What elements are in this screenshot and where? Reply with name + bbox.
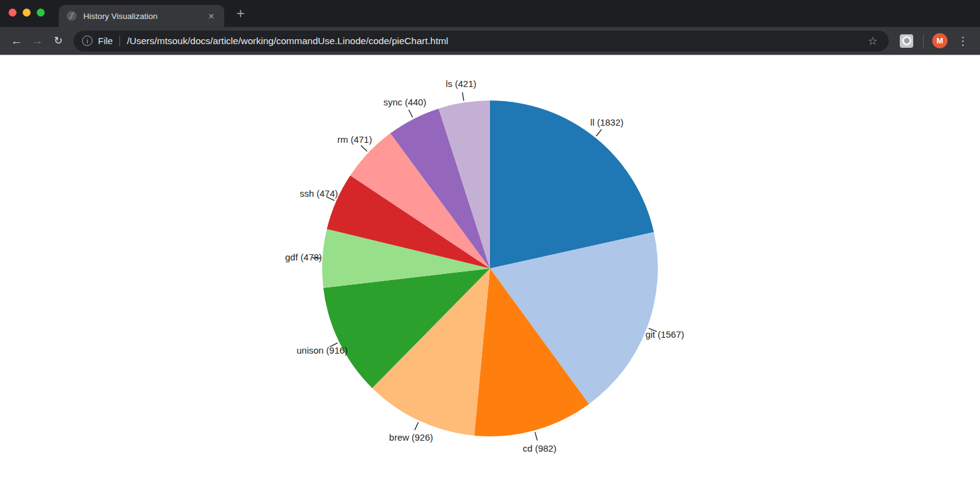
page-content: ll (1832)git (1567)cd (982)brew (926)uni… [0, 55, 980, 486]
address-bar[interactable]: i File /Users/mtsouk/docs/article/workin… [74, 31, 889, 51]
pie-chart: ll (1832)git (1567)cd (982)brew (926)uni… [0, 55, 980, 485]
page-favicon-icon [66, 10, 77, 21]
browser-window: History Visualization × + ← → ↻ i File /… [0, 0, 980, 486]
tab-title: History Visualization [83, 12, 206, 21]
back-button[interactable]: ← [6, 31, 27, 51]
pie-label-git: git (1567) [646, 329, 684, 340]
pie-label-ls: ls (421) [446, 78, 477, 89]
close-window-button[interactable] [9, 9, 17, 17]
pie-label-tick-ls [462, 93, 464, 101]
extension-logo [902, 36, 911, 45]
pie-label-cd: cd (982) [522, 443, 556, 454]
tab-history-visualization[interactable]: History Visualization × [59, 5, 224, 27]
new-tab-button[interactable]: + [233, 4, 248, 23]
pie-label-tick-ll [596, 129, 601, 136]
pie-label-tick-brew [415, 422, 418, 430]
tab-strip: History Visualization × + [0, 0, 980, 27]
profile-avatar[interactable]: M [932, 33, 948, 48]
pie-label-brew: brew (926) [389, 432, 433, 442]
browser-menu-icon[interactable]: ⋮ [952, 34, 974, 48]
pie-label-ll: ll (1832) [590, 117, 624, 127]
pie-label-tick-sync [409, 110, 412, 117]
pie-label-rm: rm (471) [337, 134, 372, 145]
toolbar-divider [923, 35, 924, 47]
pie-label-tick-cd [535, 432, 537, 441]
minimize-window-button[interactable] [23, 9, 31, 17]
pie-label-ssh: ssh (474) [300, 188, 338, 199]
page-info-icon[interactable]: i [82, 36, 92, 46]
bookmark-star-icon[interactable]: ☆ [865, 34, 880, 48]
extension-icon[interactable] [900, 34, 913, 48]
reload-button[interactable]: ↻ [48, 31, 69, 51]
forward-button[interactable]: → [27, 31, 48, 51]
tab-close-icon[interactable]: × [206, 10, 217, 23]
url-text: /Users/mtsouk/docs/article/working/comma… [127, 36, 448, 47]
traffic-lights [9, 9, 45, 17]
pie-label-gdf: gdf (478) [285, 252, 322, 262]
pie-label-tick-rm [361, 145, 367, 151]
browser-toolbar: ← → ↻ i File /Users/mtsouk/docs/article/… [0, 27, 980, 55]
url-divider [119, 36, 120, 47]
pie-label-unison: unison (916) [296, 345, 347, 355]
url-scheme-label: File [98, 36, 113, 46]
pie-label-sync: sync (440) [383, 97, 426, 107]
zoom-window-button[interactable] [37, 9, 45, 17]
